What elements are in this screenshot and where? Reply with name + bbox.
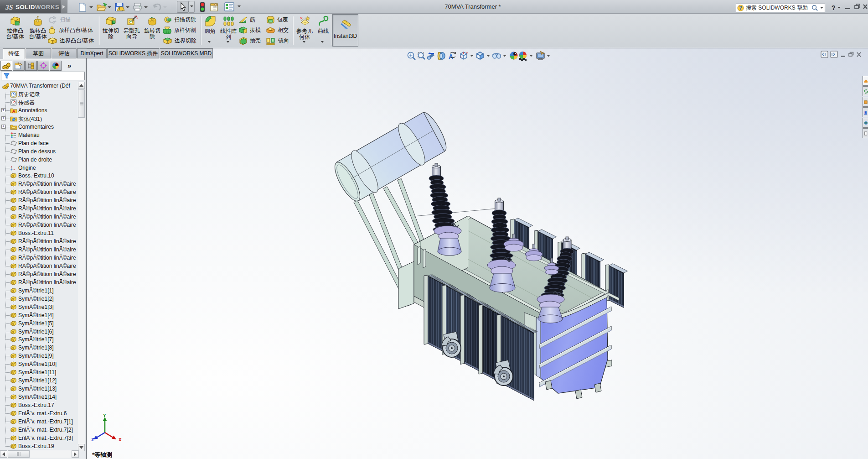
svg-text:SOLIDWORKS: SOLIDWORKS bbox=[16, 4, 59, 10]
svg-text:?: ? bbox=[739, 5, 742, 10]
svg-text:Z: Z bbox=[91, 437, 94, 442]
svg-text:3: 3 bbox=[5, 3, 9, 10]
svg-text:S: S bbox=[9, 3, 13, 10]
svg-text:GD: GD bbox=[269, 20, 274, 22]
svg-text:!: ! bbox=[119, 6, 120, 11]
svg-text:A: A bbox=[12, 109, 16, 114]
svg-text:Y: Y bbox=[103, 413, 106, 418]
svg-text:X: X bbox=[119, 437, 122, 442]
